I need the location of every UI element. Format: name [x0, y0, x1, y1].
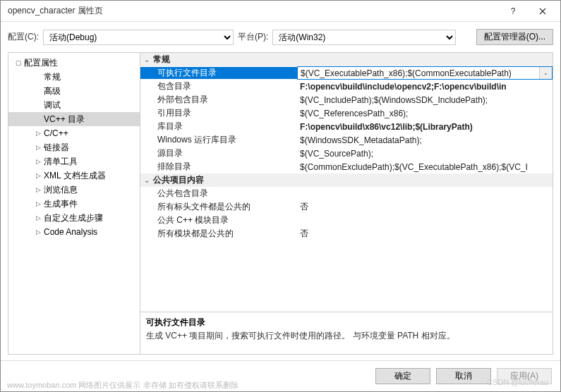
config-row: 配置(C): 活动(Debug) 平台(P): 活动(Win32) 配置管理器(…: [1, 22, 560, 52]
chevron-right-icon: ▷: [34, 186, 42, 193]
chevron-right-icon: ▷: [34, 144, 42, 151]
grid-section-header[interactable]: ⌄公共项目内容: [140, 173, 553, 187]
property-panel: ⌄常规可执行文件目录$(VC_ExecutablePath_x86);$(Com…: [140, 52, 553, 355]
property-label: 可执行文件目录: [140, 67, 297, 79]
tree-item[interactable]: ▷浏览信息: [8, 183, 140, 197]
property-label: 所有标头文件都是公共的: [140, 201, 297, 213]
tree-item-label: 调试: [44, 99, 61, 111]
property-label: 公共包含目录: [140, 188, 297, 200]
tree-item-label: VC++ 目录: [44, 114, 85, 125]
description-title: 可执行文件目录: [146, 317, 547, 329]
tree-item[interactable]: ▷清单工具: [8, 154, 140, 169]
property-label: 所有模块都是公共的: [140, 228, 297, 240]
tree-item-label: 自定义生成步骤: [44, 212, 103, 224]
tree-root-label: 配置属性: [24, 57, 58, 69]
tree-panel: ▢ 配置属性 常规高级调试VC++ 目录▷C/C++▷链接器▷清单工具▷XML …: [8, 52, 140, 355]
help-button[interactable]: ?: [498, 1, 528, 22]
property-row[interactable]: 所有标头文件都是公共的否: [140, 200, 553, 214]
grid-section-header[interactable]: ⌄常规: [140, 53, 553, 66]
tree-item[interactable]: ▷XML 文档生成器: [8, 169, 140, 183]
tree-item[interactable]: ▷C/C++: [8, 126, 140, 140]
property-label: 引用目录: [140, 107, 297, 119]
window-title: opencv_character 属性页: [8, 5, 498, 17]
tree-item-label: 清单工具: [44, 156, 78, 168]
tree-item-label: 链接器: [44, 142, 69, 154]
property-row[interactable]: Windows 运行库目录$(WindowsSDK_MetadataPath);: [140, 133, 553, 147]
tree-item[interactable]: ▷链接器: [8, 140, 140, 154]
property-row[interactable]: 引用目录$(VC_ReferencesPath_x86);: [140, 106, 553, 120]
property-row[interactable]: 库目录F:\opencv\build\x86\vc12\lib;$(Librar…: [140, 120, 553, 133]
property-value[interactable]: 否: [297, 228, 553, 240]
property-value[interactable]: $(VC_ExecutablePath_x86);$(CommonExecuta…: [298, 68, 539, 78]
config-label: 配置(C):: [8, 31, 39, 43]
property-row[interactable]: 外部包含目录$(VC_IncludePath);$(WindowsSDK_Inc…: [140, 93, 553, 106]
property-value[interactable]: $(VC_ReferencesPath_x86);: [297, 109, 553, 118]
tree-item[interactable]: ▷Code Analysis: [8, 225, 140, 239]
property-value[interactable]: $(CommonExcludePath);$(VC_ExecutablePath…: [297, 162, 553, 172]
property-row[interactable]: 可执行文件目录$(VC_ExecutablePath_x86);$(Common…: [140, 66, 553, 80]
property-row[interactable]: 包含目录F:\opencv\build\include\opencv2;F:\o…: [140, 80, 553, 93]
config-select[interactable]: 活动(Debug): [43, 30, 234, 45]
footer: 确定 取消 应用(A): [1, 360, 560, 391]
tree-root[interactable]: ▢ 配置属性: [8, 56, 140, 70]
tree-item-label: 高级: [44, 85, 61, 97]
ok-button[interactable]: 确定: [375, 368, 430, 384]
chevron-down-icon: ▢: [14, 59, 23, 66]
dropdown-button[interactable]: ⌄: [539, 67, 552, 79]
property-row[interactable]: 排除目录$(CommonExcludePath);$(VC_Executable…: [140, 160, 553, 173]
apply-button[interactable]: 应用(A): [497, 368, 552, 384]
tree-item-label: 生成事件: [44, 198, 78, 210]
property-label: Windows 运行库目录: [140, 134, 297, 146]
property-label: 外部包含目录: [140, 94, 297, 106]
platform-label: 平台(P):: [238, 31, 268, 43]
property-value[interactable]: 否: [297, 201, 553, 213]
property-label: 排除目录: [140, 161, 297, 173]
platform-select[interactable]: 活动(Win32): [272, 30, 456, 45]
chevron-right-icon: ▷: [34, 200, 42, 207]
tree-item[interactable]: 高级: [8, 84, 140, 98]
property-value[interactable]: $(WindowsSDK_MetadataPath);: [297, 135, 553, 145]
cancel-button[interactable]: 取消: [436, 368, 491, 384]
property-label: 源目录: [140, 147, 297, 159]
property-value[interactable]: $(VC_IncludePath);$(WindowsSDK_IncludePa…: [297, 95, 553, 105]
section-header-label: 公共项目内容: [153, 174, 204, 186]
close-button[interactable]: [528, 1, 557, 22]
property-value[interactable]: F:\opencv\build\x86\vc12\lib;$(LibraryPa…: [297, 122, 553, 132]
chevron-right-icon: ▷: [34, 130, 42, 137]
tree-item-label: XML 文档生成器: [44, 170, 106, 182]
property-row[interactable]: 所有模块都是公共的否: [140, 227, 553, 240]
tree-item-label: C/C++: [44, 128, 68, 138]
property-label: 公共 C++ 模块目录: [140, 214, 297, 226]
section-header-label: 常规: [153, 54, 170, 66]
description-text: 生成 VC++ 项目期间，搜索可执行文件时使用的路径。 与环境变量 PATH 相…: [146, 330, 547, 342]
tree-item[interactable]: 调试: [8, 98, 140, 112]
chevron-right-icon: ▷: [34, 228, 42, 235]
tree-item[interactable]: VC++ 目录: [8, 112, 140, 126]
titlebar: opencv_character 属性页 ?: [1, 1, 560, 22]
tree-item-label: 常规: [44, 71, 61, 83]
property-label: 库目录: [140, 121, 297, 133]
tree-item-label: 浏览信息: [44, 184, 78, 196]
property-row[interactable]: 公共包含目录: [140, 187, 553, 200]
chevron-right-icon: ▷: [34, 158, 42, 165]
property-value[interactable]: $(VC_SourcePath);: [297, 149, 553, 159]
collapse-icon: ⌄: [140, 56, 153, 63]
chevron-right-icon: ▷: [34, 172, 42, 179]
chevron-right-icon: ▷: [34, 214, 42, 221]
property-label: 包含目录: [140, 80, 297, 92]
property-grid: ⌄常规可执行文件目录$(VC_ExecutablePath_x86);$(Com…: [140, 53, 553, 312]
tree-item[interactable]: ▷生成事件: [8, 197, 140, 211]
tree-item[interactable]: ▷自定义生成步骤: [8, 211, 140, 225]
property-row[interactable]: 源目录$(VC_SourcePath);: [140, 147, 553, 160]
config-manager-button[interactable]: 配置管理器(O)...: [476, 29, 553, 45]
close-icon: [539, 8, 546, 15]
description-panel: 可执行文件目录 生成 VC++ 项目期间，搜索可执行文件时使用的路径。 与环境变…: [140, 312, 553, 354]
tree-item[interactable]: 常规: [8, 70, 140, 84]
tree-item-label: Code Analysis: [44, 227, 97, 237]
property-value[interactable]: F:\opencv\build\include\opencv2;F:\openc…: [297, 82, 553, 92]
property-row[interactable]: 公共 C++ 模块目录: [140, 214, 553, 227]
collapse-icon: ⌄: [140, 176, 153, 184]
